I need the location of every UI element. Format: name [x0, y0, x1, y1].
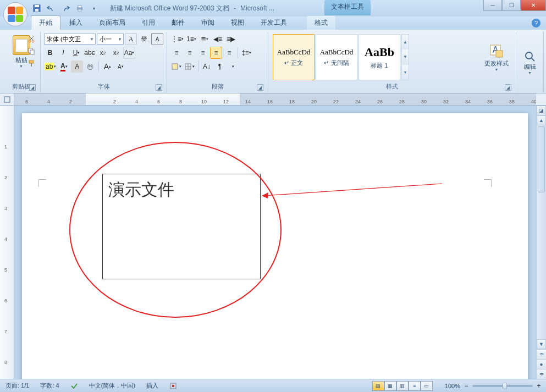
close-button[interactable]: ✕	[521, 0, 546, 11]
ruler-toggle[interactable]: ◪	[537, 106, 546, 115]
scroll-thumb[interactable]	[538, 126, 545, 192]
tab-home[interactable]: 开始	[31, 15, 60, 30]
align-center-button[interactable]: ≡	[184, 47, 196, 59]
line-spacing-button[interactable]: ‡≡▾	[240, 47, 252, 59]
style-scroll-down[interactable]: ▼	[402, 49, 409, 64]
browse-object[interactable]: ●	[537, 359, 546, 369]
status-mode[interactable]: 插入	[144, 382, 161, 390]
view-outline[interactable]: ≡	[409, 381, 421, 391]
style-expand[interactable]: ▾	[402, 65, 409, 80]
help-button[interactable]: ?	[532, 19, 541, 27]
redo-button[interactable]	[59, 2, 71, 14]
clear-format-button[interactable]: A	[125, 33, 137, 45]
scroll-up[interactable]: ▲	[537, 115, 546, 125]
multilevel-button[interactable]: ≣▾	[198, 33, 211, 45]
prev-page[interactable]: ≑	[537, 349, 546, 359]
tab-view[interactable]: 视图	[223, 16, 252, 30]
decrease-indent-button[interactable]: ◀≡	[212, 33, 224, 45]
scroll-down[interactable]: ▼	[537, 339, 546, 349]
textbox[interactable]: 演示文件	[102, 174, 261, 279]
maximize-button[interactable]: ☐	[502, 0, 521, 11]
status-page[interactable]: 页面: 1/1	[3, 382, 31, 390]
change-styles-button[interactable]: A 更改样式 ▼	[481, 33, 512, 81]
paragraph-launcher[interactable]: ◢	[257, 84, 263, 91]
tab-review[interactable]: 审阅	[194, 16, 222, 30]
undo-button[interactable]	[45, 2, 57, 14]
svg-rect-18	[496, 51, 503, 57]
status-language[interactable]: 中文(简体，中国)	[87, 382, 137, 390]
underline-button[interactable]: U▾	[70, 47, 82, 59]
tab-format[interactable]: 格式	[307, 16, 335, 30]
phonetic-button[interactable]: 變	[138, 33, 150, 45]
sort-button[interactable]: A↓	[201, 60, 213, 73]
copy-button[interactable]	[26, 46, 37, 56]
scroll-track[interactable]	[537, 194, 546, 339]
tab-insert[interactable]: 插入	[62, 16, 90, 30]
tab-mailings[interactable]: 邮件	[164, 16, 192, 30]
minimize-button[interactable]: ─	[483, 0, 502, 11]
view-print-layout[interactable]: ▤	[372, 381, 384, 391]
font-name-combo[interactable]: 宋体 (中文正▼	[44, 34, 96, 45]
zoom-slider[interactable]	[472, 385, 533, 387]
document-canvas[interactable]: 演示文件	[14, 106, 536, 379]
font-color-button[interactable]: A▾	[58, 60, 70, 73]
save-button[interactable]	[31, 2, 43, 14]
tab-pagelayout[interactable]: 页面布局	[91, 16, 133, 30]
style-normal[interactable]: AaBbCcDd↵ 正文	[273, 34, 315, 80]
justify-button[interactable]: ≡	[210, 47, 222, 59]
char-border-button[interactable]: A	[151, 33, 163, 45]
zoom-thumb[interactable]	[503, 383, 507, 389]
char-shading-button[interactable]: A	[71, 60, 83, 73]
highlight-button[interactable]: ab▾	[44, 60, 57, 73]
clipboard-launcher[interactable]: ◢	[29, 84, 36, 91]
numbering-button[interactable]: 1≡▾	[185, 33, 197, 45]
strike-button[interactable]: abc	[84, 47, 96, 59]
tab-developer[interactable]: 开发工具	[253, 16, 295, 30]
horizontal-ruler[interactable]: 642246810121416182022242628303234363840	[14, 93, 536, 105]
bold-button[interactable]: B	[44, 47, 56, 59]
format-painter-button[interactable]	[26, 58, 37, 68]
align-right-button[interactable]: ≡	[197, 47, 209, 59]
office-button[interactable]	[3, 2, 27, 26]
align-left-button[interactable]: ≡	[170, 47, 183, 59]
next-page[interactable]: ≑	[537, 369, 546, 379]
distribute-button[interactable]: ≡	[223, 47, 235, 59]
grow-font-button[interactable]: A▴	[101, 60, 113, 73]
cut-button[interactable]	[26, 34, 37, 44]
zoom-in[interactable]: +	[535, 380, 543, 392]
view-web[interactable]: ▥	[396, 381, 409, 391]
status-words[interactable]: 字数: 4	[38, 382, 61, 390]
tab-references[interactable]: 引用	[134, 16, 163, 30]
increase-indent-button[interactable]: ≡▶	[225, 33, 237, 45]
styles-launcher[interactable]: ◢	[505, 84, 511, 91]
change-case-button[interactable]: Aa▾	[123, 47, 135, 59]
show-marks-button[interactable]: ¶	[214, 60, 226, 73]
qat-customize[interactable]: ▾	[88, 2, 100, 14]
style-scroll-up[interactable]: ▲	[402, 35, 409, 49]
style-heading1[interactable]: AaBb标题 1	[359, 34, 400, 80]
view-fullscreen[interactable]: ▦	[384, 381, 396, 391]
status-macro[interactable]	[167, 382, 179, 390]
svg-point-7	[32, 40, 34, 42]
italic-button[interactable]: I	[57, 47, 69, 59]
superscript-button[interactable]: x2	[110, 47, 122, 59]
status-proof[interactable]	[68, 382, 80, 390]
subscript-button[interactable]: x2	[97, 47, 109, 59]
zoom-value[interactable]: 100%	[445, 383, 460, 389]
ruler-corner[interactable]	[0, 93, 14, 105]
vertical-ruler[interactable]: 12345678	[0, 106, 14, 379]
shrink-font-button[interactable]: A▾	[114, 60, 126, 73]
borders-button[interactable]: ▾	[184, 60, 196, 73]
view-draft[interactable]: ▭	[421, 381, 433, 391]
enclose-button[interactable]: ㊥	[84, 60, 96, 73]
font-size-combo[interactable]: 小一▼	[97, 34, 124, 45]
shading-button[interactable]: ▾	[170, 60, 183, 73]
bullets-button[interactable]: ⋮≡▾	[170, 33, 184, 45]
zoom-out[interactable]: −	[462, 380, 470, 392]
edit-button[interactable]: 编辑 ▼	[524, 51, 536, 75]
asian-layout-button[interactable]: ▾	[227, 60, 239, 73]
textbox-text[interactable]: 演示文件	[108, 180, 174, 198]
font-launcher[interactable]: ◢	[156, 84, 162, 91]
print-button[interactable]	[74, 2, 86, 14]
style-nospacing[interactable]: AaBbCcDd↵ 无间隔	[316, 34, 357, 80]
